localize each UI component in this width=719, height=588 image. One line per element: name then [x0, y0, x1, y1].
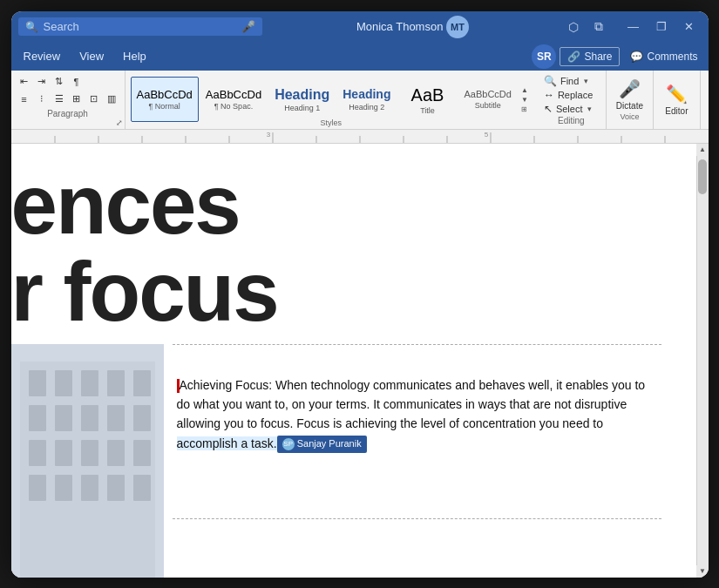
replace-button[interactable]: ↔ Replace: [542, 88, 600, 102]
dictate-icon: 🎤: [619, 78, 641, 99]
svg-rect-37: [81, 475, 98, 501]
styles-scroll-up[interactable]: ▲: [521, 86, 528, 94]
select-button[interactable]: ↖ Select ▾: [542, 102, 600, 116]
close-button[interactable]: ✕: [677, 15, 702, 39]
style-title[interactable]: AaB Title: [397, 77, 457, 122]
svg-rect-26: [55, 405, 72, 431]
style-heading1[interactable]: Heading Heading 1: [268, 77, 336, 122]
ribbon: ⇤ ⇥ ⇅ ¶ ≡ ⁝ ☰ ⊞ ⊡ ▥ ⤢ Paragraph AaBbCcDd…: [11, 71, 709, 130]
scrollbar-down-arrow[interactable]: ▼: [696, 565, 709, 578]
menu-item-help[interactable]: Help: [114, 46, 155, 66]
editor-label: Editor: [665, 106, 688, 116]
comments-icon: 💬: [630, 51, 643, 63]
scrollbar-thumb[interactable]: [698, 159, 707, 194]
para-border-btn[interactable]: ⊡: [86, 91, 102, 107]
para-shade-btn[interactable]: ▥: [104, 91, 119, 107]
para-sort-btn[interactable]: ⇅: [51, 74, 67, 90]
ribbon-voice-section[interactable]: 🎤 Dictate Voice: [607, 71, 654, 129]
svg-rect-32: [81, 440, 98, 466]
find-dropdown-arrow: ▾: [584, 77, 588, 85]
select-label: Select: [556, 104, 583, 114]
style-normal[interactable]: AaBbCcDd ¶ Normal: [131, 77, 199, 122]
svg-rect-25: [29, 405, 46, 431]
window-controls: — ❐ ✕: [621, 15, 702, 39]
style-subtitle-name: Subtitle: [475, 101, 501, 110]
app-window: 🔍 Search 🎤 Monica Thomson MT ⬡ ⧉ — ❐ ✕ R…: [11, 11, 709, 578]
menu-item-review[interactable]: Review: [15, 46, 70, 66]
ruler: 3 5: [11, 130, 709, 144]
select-dropdown-arrow: ▾: [587, 105, 592, 113]
user-avatar: MT: [446, 16, 469, 38]
find-label: Find: [560, 76, 579, 86]
styles-scroll-buttons[interactable]: ▲ ▼ ⊞: [518, 86, 532, 113]
left-image-placeholder: [11, 344, 164, 578]
document-page[interactable]: ences r focus: [11, 144, 696, 578]
dictate-label: Dictate: [616, 101, 643, 111]
svg-rect-20: [29, 370, 46, 396]
menu-bar-right: SR 🔗 Share 💬 Comments: [532, 44, 704, 69]
minimize-button[interactable]: —: [621, 15, 646, 39]
styles-scroll-down[interactable]: ▼: [521, 96, 528, 104]
ribbon-editing-section: 🔍 Find ▾ ↔ Replace ↖ Select ▾ Editing: [537, 71, 607, 129]
paragraph-section-label: Paragraph: [17, 109, 119, 118]
heading-line2: r focus: [11, 248, 278, 336]
share-button[interactable]: 🔗 Share: [560, 47, 620, 66]
vertical-scrollbar[interactable]: ▲ ▼: [696, 144, 709, 578]
mic-icon: 🎤: [241, 20, 255, 33]
style-heading1-preview: Heading: [275, 86, 329, 103]
para-align-btn2[interactable]: ⁝: [34, 91, 50, 107]
share-icon: 🔗: [567, 51, 580, 63]
style-heading2-preview: Heading: [343, 87, 390, 102]
collab-avatar: SR: [532, 44, 556, 69]
ribbon-icon2[interactable]: ⧉: [590, 17, 607, 36]
svg-rect-39: [133, 475, 151, 501]
styles-expand-arrow[interactable]: ⊞: [521, 105, 527, 113]
svg-rect-36: [55, 475, 72, 501]
document-scroll-area: ences r focus: [11, 144, 696, 578]
dotted-line-top: [173, 344, 661, 345]
ribbon-reuse-section[interactable]: 📄 Reuse Files: [701, 71, 709, 129]
para-marks-btn[interactable]: ¶: [69, 74, 85, 90]
para-align-btn1[interactable]: ≡: [17, 91, 32, 107]
paragraph-expand-icon[interactable]: ⤢: [116, 118, 123, 127]
search-box[interactable]: 🔍 Search 🎤: [18, 17, 262, 36]
content-area: ences r focus: [11, 144, 709, 578]
comments-button[interactable]: 💬 Comments: [623, 48, 704, 65]
para-list-btn1[interactable]: ☰: [51, 91, 67, 107]
comment-user-badge[interactable]: SP Sanjay Puranik: [277, 436, 367, 453]
style-subtitle-preview: AaBbCcDd: [464, 89, 511, 100]
heading-text-partial1: ences r focus: [11, 161, 278, 337]
editing-section-label: Editing: [542, 116, 600, 125]
restore-button[interactable]: ❐: [649, 15, 674, 39]
ribbon-editor-section[interactable]: ✏️ Editor: [654, 71, 701, 129]
select-icon: ↖: [544, 103, 553, 115]
style-subtitle[interactable]: AaBbCcDd Subtitle: [458, 77, 517, 122]
svg-rect-24: [133, 370, 151, 396]
ribbon-icon1[interactable]: ⬡: [564, 18, 583, 36]
style-heading2[interactable]: Heading Heading 2: [336, 77, 397, 122]
replace-label: Replace: [558, 90, 593, 100]
scrollbar-up-arrow[interactable]: ▲: [696, 144, 709, 156]
editor-icon: ✏️: [666, 84, 688, 105]
svg-rect-23: [107, 370, 125, 396]
svg-rect-29: [133, 405, 151, 431]
svg-rect-34: [133, 440, 151, 466]
style-title-name: Title: [420, 106, 435, 115]
style-normal-name: ¶ Normal: [148, 102, 180, 111]
svg-rect-28: [107, 405, 125, 431]
svg-text:3: 3: [266, 131, 270, 139]
para-list-btn2[interactable]: ⊞: [69, 91, 85, 107]
styles-list: AaBbCcDd ¶ Normal AaBbCcDd ¶ No Spac. He…: [131, 77, 518, 122]
para-indent-btn1[interactable]: ⇤: [17, 74, 32, 90]
body-text-paragraph[interactable]: Achieving Focus: When technology communi…: [177, 375, 653, 454]
paragraph-row1: ⇤ ⇥ ⇅ ¶: [17, 74, 119, 90]
menu-item-view[interactable]: View: [71, 46, 112, 66]
ribbon-paragraph-section: ⇤ ⇥ ⇅ ¶ ≡ ⁝ ☰ ⊞ ⊡ ▥ ⤢ Paragraph: [11, 71, 125, 129]
find-button[interactable]: 🔍 Find ▾: [542, 74, 600, 88]
title-bar: 🔍 Search 🎤 Monica Thomson MT ⬡ ⧉ — ❐ ✕: [11, 11, 709, 43]
para-indent-btn2[interactable]: ⇥: [34, 74, 50, 90]
style-no-spacing[interactable]: AaBbCcDd ¶ No Spac.: [200, 77, 268, 122]
body-text-container[interactable]: Achieving Focus: When technology communi…: [177, 360, 653, 454]
style-normal-preview: AaBbCcDd: [137, 88, 193, 102]
styles-section-label: Styles: [320, 118, 342, 127]
